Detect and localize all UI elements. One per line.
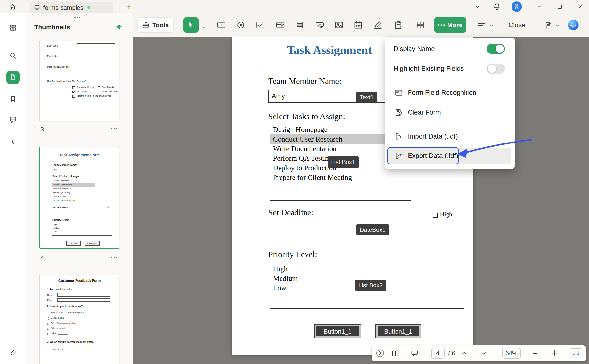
thumb3-checkbox-checked bbox=[98, 91, 100, 93]
text-field-tool[interactable] bbox=[214, 18, 228, 32]
field-badge-button2: Button1_1 bbox=[378, 326, 419, 336]
document-canvas[interactable]: Task Assignment Team Member Name: Amy Te… bbox=[133, 37, 589, 364]
sidebar-item-bookmarks[interactable] bbox=[6, 92, 20, 105]
thumbnail-page-3[interactable]: Last Name Email Address : Position Apply… bbox=[39, 41, 119, 121]
zoom-out-button[interactable] bbox=[532, 351, 538, 356]
close-form-mode-button[interactable]: Close bbox=[505, 17, 529, 33]
high-checkbox[interactable] bbox=[433, 213, 438, 218]
highlight-fields-toggle[interactable] bbox=[487, 64, 505, 74]
document-tab[interactable]: forms-samples bbox=[30, 2, 113, 13]
list-box-tool[interactable] bbox=[293, 18, 306, 32]
thumb3-label-lastname: Last Name bbox=[47, 45, 58, 47]
panel-drag-handle[interactable] bbox=[74, 17, 80, 18]
next-page-button[interactable] bbox=[480, 350, 487, 357]
thumb3-label-email: Email Address : bbox=[47, 55, 63, 58]
form-recognition-icon bbox=[395, 89, 403, 97]
push-button-tool[interactable]: OK bbox=[313, 18, 327, 32]
previous-page-button[interactable] bbox=[461, 350, 468, 357]
page-number-input[interactable]: 4 bbox=[431, 348, 445, 359]
tools-button[interactable]: Tools bbox=[137, 17, 174, 33]
thumb3-input-lastname bbox=[77, 43, 115, 49]
notifications-button[interactable] bbox=[492, 2, 502, 12]
minus-icon bbox=[532, 351, 538, 356]
pin-panel-button[interactable] bbox=[114, 23, 123, 32]
select-tool-dropdown[interactable] bbox=[200, 25, 205, 30]
thumb3-option-social: Social Media bbox=[102, 86, 115, 89]
close-icon bbox=[577, 4, 583, 10]
more-label: More bbox=[447, 21, 462, 29]
sidebar-item-thumbnails[interactable] bbox=[6, 71, 20, 84]
annotation-visibility-button[interactable] bbox=[410, 349, 419, 357]
ai-assistant-button[interactable] bbox=[567, 19, 580, 31]
page-number-value: 4 bbox=[436, 350, 439, 357]
toggle-knob bbox=[496, 45, 504, 53]
thumb4-team-label: Team Member Name: bbox=[52, 164, 77, 166]
align-fields-button[interactable] bbox=[477, 21, 487, 30]
export-data-icon bbox=[395, 152, 403, 160]
checkbox-tool[interactable] bbox=[253, 18, 267, 32]
plus-icon bbox=[551, 349, 558, 357]
new-tab-glyph: + bbox=[127, 2, 131, 12]
thumbnail-3-menu-button[interactable] bbox=[111, 128, 117, 129]
more-button[interactable]: More bbox=[434, 17, 466, 33]
date-field-tool[interactable] bbox=[351, 18, 365, 32]
thumbnail-4-menu-button[interactable] bbox=[111, 257, 117, 258]
close-label: Close bbox=[508, 21, 525, 29]
thumb5-section1: 1. Personal Information bbox=[47, 288, 72, 291]
task-option[interactable]: Prepare for Client Meeting bbox=[270, 172, 411, 182]
menu-item-clear-form[interactable]: Clear Form bbox=[385, 104, 515, 120]
thumbnail-page-5[interactable]: Customer Feedback Form 1. Personal Infor… bbox=[39, 275, 119, 364]
thumb3-checkbox bbox=[72, 86, 75, 89]
window-close-button[interactable] bbox=[575, 2, 585, 12]
sidebar-item-comments[interactable] bbox=[6, 113, 20, 126]
sidebar-item-annotate[interactable] bbox=[6, 346, 20, 359]
actual-size-button[interactable]: 1:1 bbox=[570, 348, 582, 358]
thumb3-input-email bbox=[77, 54, 115, 59]
combo-box-tool[interactable] bbox=[273, 18, 287, 32]
reading-mode-button[interactable] bbox=[391, 349, 400, 358]
display-name-toggle[interactable] bbox=[487, 44, 505, 54]
sidebar-item-apps[interactable] bbox=[6, 21, 20, 34]
home-button[interactable] bbox=[7, 2, 17, 12]
form-button-2[interactable]: Button1_1 bbox=[375, 324, 421, 338]
clipboard-tool[interactable] bbox=[391, 18, 405, 32]
chevron-down-icon bbox=[480, 350, 487, 357]
thumb5-radio bbox=[47, 317, 49, 320]
user-avatar[interactable]: X bbox=[512, 1, 522, 12]
collapse-statusbar-button[interactable] bbox=[375, 348, 385, 358]
align-icon bbox=[477, 21, 486, 30]
thumb4-submit-button: Submit bbox=[66, 241, 81, 246]
image-field-tool[interactable] bbox=[332, 18, 346, 32]
thumb5-checkbox bbox=[47, 312, 49, 314]
thumb5-title: Customer Feedback Form bbox=[40, 279, 119, 283]
thumbnail-page-4-selected[interactable]: Task Assignment Form Team Member Name: A… bbox=[39, 147, 119, 249]
menu-divider bbox=[390, 125, 511, 125]
window-minimize-button[interactable] bbox=[535, 2, 544, 12]
radio-button-tool[interactable] bbox=[234, 18, 248, 32]
align-dropdown[interactable] bbox=[489, 23, 494, 28]
save-dropdown[interactable] bbox=[555, 23, 560, 28]
zoom-level-input[interactable]: 64% bbox=[502, 348, 521, 359]
sidebar-item-search[interactable] bbox=[6, 49, 20, 62]
home-icon bbox=[9, 3, 16, 10]
signature-field-tool[interactable] bbox=[371, 18, 385, 32]
chevron-down-icon bbox=[474, 3, 481, 10]
collapse-toolbar-button[interactable] bbox=[473, 2, 483, 12]
save-button[interactable] bbox=[543, 20, 553, 30]
monitor-icon bbox=[34, 4, 40, 11]
new-tab-button[interactable]: + bbox=[124, 2, 134, 12]
menu-item-form-recognition[interactable]: Form Field Recognition bbox=[385, 85, 515, 101]
arrange-fields-tool[interactable] bbox=[413, 18, 427, 32]
form-button-1[interactable]: Button1_1 bbox=[314, 324, 361, 338]
thumb5-name-label: Name: bbox=[47, 294, 54, 297]
priority-option[interactable]: High bbox=[270, 264, 464, 273]
thumb5-option: Search engine (Google/Bing/etc.) bbox=[51, 312, 84, 314]
thumb5-email-label: Email: bbox=[47, 299, 53, 302]
zoom-in-button[interactable] bbox=[551, 349, 558, 357]
ellipsis-icon bbox=[438, 24, 445, 26]
window-maximize-button[interactable] bbox=[555, 2, 565, 12]
select-tool-button[interactable] bbox=[183, 17, 199, 33]
clear-form-label: Clear Form bbox=[408, 109, 441, 116]
toggle-knob bbox=[488, 65, 496, 73]
sidebar-item-attachments[interactable] bbox=[6, 135, 20, 148]
